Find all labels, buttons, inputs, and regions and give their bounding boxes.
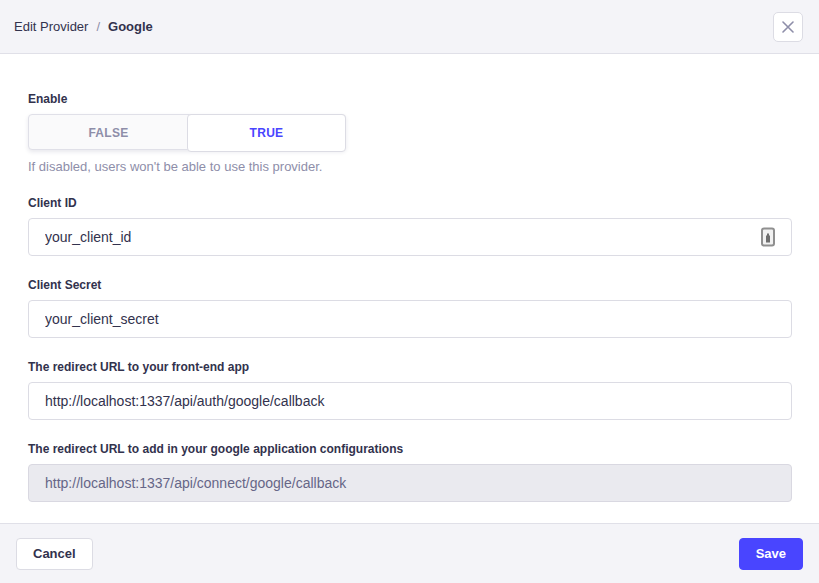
enable-helper-text: If disabled, users won't be able to use …: [28, 159, 792, 174]
redirect-google-label: The redirect URL to add in your google a…: [28, 442, 792, 456]
redirect-frontend-field: The redirect URL to your front-end app: [28, 360, 792, 420]
client-secret-field: Client Secret: [28, 278, 792, 338]
cancel-button[interactable]: Cancel: [16, 538, 93, 570]
redirect-google-input-wrap: [28, 464, 792, 502]
breadcrumb: Edit Provider / Google: [14, 19, 153, 34]
client-secret-label: Client Secret: [28, 278, 792, 292]
close-icon: [782, 21, 794, 33]
redirect-frontend-input[interactable]: [28, 382, 792, 420]
close-button[interactable]: [773, 12, 803, 42]
enable-toggle: FALSE TRUE: [28, 114, 346, 150]
client-secret-input[interactable]: [28, 300, 792, 338]
redirect-google-input: [28, 464, 792, 502]
redirect-google-field: The redirect URL to add in your google a…: [28, 442, 792, 502]
edit-provider-modal: Edit Provider / Google Enable FALSE TRUE…: [0, 0, 819, 583]
enable-label: Enable: [28, 92, 792, 106]
enable-toggle-false[interactable]: FALSE: [29, 115, 188, 151]
redirect-frontend-label: The redirect URL to your front-end app: [28, 360, 792, 374]
modal-footer: Cancel Save: [0, 523, 819, 583]
save-button[interactable]: Save: [739, 538, 803, 570]
client-id-input-wrap: [28, 218, 792, 256]
breadcrumb-current-provider: Google: [108, 19, 153, 34]
client-secret-input-wrap: [28, 300, 792, 338]
client-id-field: Client ID: [28, 196, 792, 256]
client-id-label: Client ID: [28, 196, 792, 210]
breadcrumb-separator: /: [96, 19, 100, 34]
enable-field: Enable FALSE TRUE If disabled, users won…: [28, 92, 792, 174]
redirect-frontend-input-wrap: [28, 382, 792, 420]
password-manager-icon[interactable]: [761, 228, 775, 247]
modal-body: Enable FALSE TRUE If disabled, users won…: [0, 54, 819, 523]
modal-header: Edit Provider / Google: [0, 0, 819, 54]
breadcrumb-section: Edit Provider: [14, 19, 88, 34]
client-id-input[interactable]: [28, 218, 792, 256]
enable-toggle-true[interactable]: TRUE: [187, 114, 346, 152]
